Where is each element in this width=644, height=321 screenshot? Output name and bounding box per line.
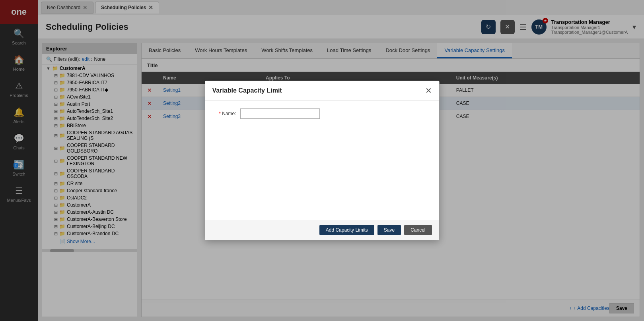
dialog-footer: Add Capacity Limits Save Cancel bbox=[205, 220, 439, 240]
dialog-title: Variable Capacity Limit bbox=[212, 87, 282, 94]
dialog-body: * Name: bbox=[205, 101, 439, 220]
dialog-save-button[interactable]: Save bbox=[377, 225, 401, 235]
dialog-overlay: Variable Capacity Limit ✕ * Name: Add Ca… bbox=[0, 0, 644, 321]
variable-capacity-limit-dialog: Variable Capacity Limit ✕ * Name: Add Ca… bbox=[205, 81, 440, 240]
dialog-close-button[interactable]: ✕ bbox=[425, 87, 432, 95]
name-input[interactable] bbox=[240, 108, 320, 119]
add-capacity-limits-button[interactable]: Add Capacity Limits bbox=[319, 225, 374, 235]
dialog-cancel-button[interactable]: Cancel bbox=[404, 225, 432, 235]
dialog-header: Variable Capacity Limit ✕ bbox=[205, 81, 439, 101]
name-form-row: * Name: bbox=[212, 108, 432, 119]
name-label: * Name: bbox=[212, 111, 236, 116]
